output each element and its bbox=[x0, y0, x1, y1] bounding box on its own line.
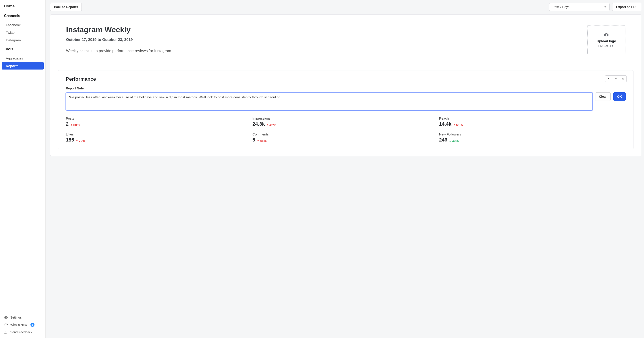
ok-button[interactable]: OK bbox=[613, 92, 626, 101]
metric-change: ▼42% bbox=[266, 123, 276, 127]
metric-likes: Likes185▼72% bbox=[66, 132, 252, 143]
metric-value: 14.4k bbox=[439, 121, 452, 127]
camera-icon bbox=[604, 32, 609, 38]
metric-change: ▼50% bbox=[70, 123, 80, 127]
back-to-reports-button[interactable]: Back to Reports bbox=[50, 3, 82, 11]
arrow-down-icon: ▼ bbox=[453, 124, 456, 126]
remove-button[interactable] bbox=[619, 75, 626, 82]
sidebar-item-twitter[interactable]: Twitter bbox=[2, 29, 44, 36]
report-container: Instagram Weekly October 17, 2019 to Oct… bbox=[50, 14, 641, 156]
card-controls bbox=[605, 75, 626, 82]
footer-feedback-label: Send Feedback bbox=[10, 331, 32, 334]
footer-feedback[interactable]: Send Feedback bbox=[0, 329, 46, 336]
metric-comments: Comments5▼81% bbox=[252, 132, 439, 143]
footer-whatsnew-label: What's New bbox=[10, 323, 27, 327]
upload-logo-subtitle: PNG or JPG bbox=[598, 44, 614, 48]
metric-label: Posts bbox=[66, 117, 252, 120]
move-up-button[interactable] bbox=[605, 75, 612, 82]
performance-title: Performance bbox=[66, 76, 626, 82]
caret-down-icon: ▼ bbox=[604, 6, 606, 8]
arrow-down-icon: ▼ bbox=[70, 124, 72, 126]
metric-change: ▼81% bbox=[257, 139, 267, 143]
metric-value: 2 bbox=[66, 121, 68, 127]
footer-settings-label: Settings bbox=[10, 316, 22, 319]
divider bbox=[4, 20, 42, 20]
arrow-down-icon: ▼ bbox=[257, 140, 259, 142]
date-range-value: Past 7 Days bbox=[552, 5, 569, 9]
metric-change: ▼72% bbox=[76, 139, 86, 143]
metric-value: 185 bbox=[66, 137, 74, 143]
sidebar-item-aggregates[interactable]: Aggregates bbox=[2, 55, 44, 62]
metric-label: Impressions bbox=[252, 117, 439, 120]
performance-card: Performance Report Note bbox=[58, 70, 634, 149]
date-range-select[interactable]: Past 7 Days ▼ bbox=[549, 3, 610, 11]
metric-label: New Followers bbox=[439, 132, 626, 136]
report-header: Instagram Weekly October 17, 2019 to Oct… bbox=[50, 14, 641, 64]
metric-new-followers: New Followers246▲30% bbox=[439, 132, 626, 143]
gear-icon bbox=[4, 316, 8, 319]
chat-icon bbox=[4, 331, 8, 334]
sidebar-item-reports[interactable]: Reports bbox=[2, 62, 44, 70]
metric-value: 246 bbox=[439, 137, 448, 143]
upload-logo-title: Upload logo bbox=[597, 39, 616, 43]
main: Back to Reports Past 7 Days ▼ Export as … bbox=[46, 0, 644, 338]
metrics-grid: Posts2▼50%Impressions24.3k▼42%Reach14.4k… bbox=[66, 117, 626, 143]
divider bbox=[4, 53, 42, 53]
metric-reach: Reach14.4k▼51% bbox=[439, 117, 626, 127]
clear-button[interactable]: Clear bbox=[595, 92, 611, 101]
metric-label: Reach bbox=[439, 117, 626, 120]
nav-section-channels: Channels bbox=[0, 11, 46, 20]
arrow-down-icon: ▼ bbox=[76, 140, 78, 142]
nav-section-tools: Tools bbox=[0, 44, 46, 53]
report-note-input[interactable] bbox=[66, 92, 592, 111]
sidebar: Home Channels FacebookTwitterInstagram T… bbox=[0, 0, 46, 338]
footer-whatsnew[interactable]: What's New 1 bbox=[0, 321, 46, 329]
sidebar-item-instagram[interactable]: Instagram bbox=[2, 36, 44, 44]
nav-home[interactable]: Home bbox=[0, 2, 46, 11]
metric-value: 24.3k bbox=[252, 121, 265, 127]
metric-value: 5 bbox=[252, 137, 255, 143]
metric-change: ▲30% bbox=[449, 139, 458, 143]
svg-point-0 bbox=[5, 317, 6, 318]
report-title: Instagram Weekly bbox=[66, 25, 171, 34]
move-down-button[interactable] bbox=[612, 75, 619, 82]
metric-change: ▼51% bbox=[453, 123, 463, 127]
refresh-icon bbox=[4, 323, 8, 327]
sidebar-item-facebook[interactable]: Facebook bbox=[2, 21, 44, 29]
topbar: Back to Reports Past 7 Days ▼ Export as … bbox=[50, 3, 641, 11]
report-note-label: Report Note bbox=[66, 87, 626, 90]
report-date-range: October 17, 2019 to October 23, 2019 bbox=[66, 37, 171, 42]
arrow-down-icon: ▼ bbox=[266, 124, 269, 126]
metric-label: Likes bbox=[66, 132, 252, 136]
metric-label: Comments bbox=[252, 132, 439, 136]
metric-posts: Posts2▼50% bbox=[66, 117, 252, 127]
arrow-up-icon: ▲ bbox=[449, 140, 451, 142]
footer-settings[interactable]: Settings bbox=[0, 314, 46, 321]
upload-logo-dropzone[interactable]: Upload logo PNG or JPG bbox=[587, 25, 626, 54]
metric-impressions: Impressions24.3k▼42% bbox=[252, 117, 439, 127]
notification-badge: 1 bbox=[30, 323, 34, 327]
export-pdf-button[interactable]: Export as PDF bbox=[612, 3, 641, 11]
report-description: Weekly check in to provide performance r… bbox=[66, 49, 171, 53]
